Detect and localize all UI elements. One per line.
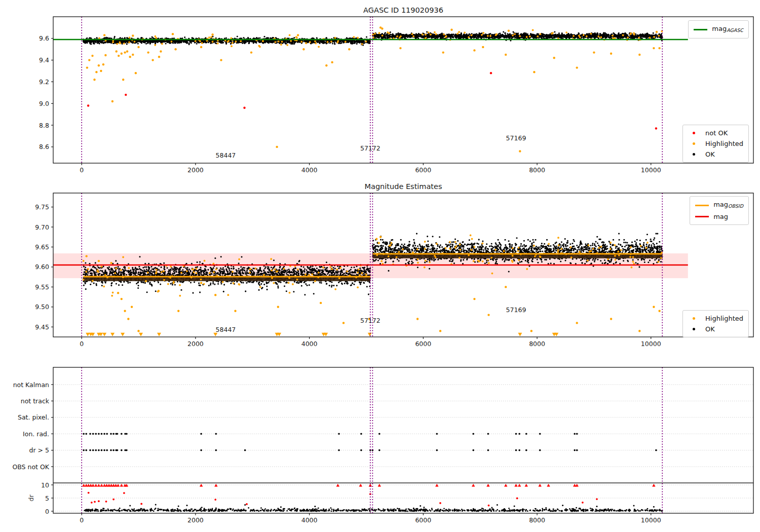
legend-label: Highlighted [705,313,743,324]
y-tick-label: 9.45 [35,323,49,331]
legend-panel2-lines: magOBSID mag [690,196,749,225]
dr-tick-label: 10 [41,481,49,489]
y-tick-label: 8.8 [39,122,49,129]
y-tick-label: 9.75 [35,203,49,211]
legend-item-highlighted: Highlighted [688,138,743,149]
highlighted-dot-swatch [693,142,695,145]
obsid-annotation: 57172 [360,144,381,152]
mag-line-swatch [695,216,709,217]
legend-label: mag [713,211,728,222]
panel1-title: AGASC ID 119020936 [53,6,753,14]
obsid-annotation: 58447 [216,326,236,333]
x-tick-label: 6000 [415,516,431,524]
legend-item-mag: mag [695,211,743,222]
x-tick-label: 0 [80,516,84,524]
x-tick-label: 10000 [641,516,661,524]
legend-label: magAGASC [712,23,743,35]
x-tick-label: 8000 [529,340,545,348]
flag-row-label: dr > 5 [29,446,49,454]
ok-dot-swatch [693,328,695,330]
x-tick-label: 4000 [301,516,318,524]
y-tick-label: 9.65 [35,243,49,251]
legend-item-mag-agasc: magAGASC [694,23,743,35]
dr-tick-label: 0 [45,508,49,515]
obsid-annotation: 58447 [216,151,236,159]
x-tick-label: 2000 [187,340,204,348]
legend-item-ok: OK [688,149,743,160]
panel-1: 58447571725716902000400060008000100008.6… [39,17,753,174]
legend-mag-agasc: magAGASC [688,20,749,39]
dr-tick-label: 5 [45,495,49,502]
flag-row-label: OBS not OK [12,463,49,471]
y-tick-label: 9.60 [35,263,49,271]
x-tick-label: 0 [80,166,84,174]
y-tick-label: 9.4 [39,56,49,64]
x-tick-label: 8000 [529,166,545,174]
y-tick-label: 9.50 [35,303,49,311]
highlighted-dot-swatch [693,317,695,320]
y-tick-label: 8.6 [39,143,49,150]
y-tick-label: 9.6 [39,34,49,42]
dr-axis-label: dr [27,495,35,502]
legend-item-not-ok: not OK [688,128,743,138]
legend-label: Highlighted [705,138,743,149]
flag-row-label: not Kalman [13,381,49,389]
x-tick-label: 4000 [301,340,318,348]
legend-label: OK [705,324,715,334]
x-tick-label: 2000 [187,516,204,524]
x-tick-label: 4000 [301,166,318,174]
obsid-annotation: 57172 [360,317,381,324]
legend-label: not OK [705,128,728,138]
legend-item-ok: OK [688,324,743,334]
x-tick-label: 2000 [187,166,204,174]
x-tick-label: 10000 [641,166,661,174]
chart-canvas: 58447571725716902000400060008000100008.6… [0,0,760,532]
legend-panel2-points: Highlighted OK [682,310,749,337]
x-tick-label: 10000 [641,340,661,348]
legend-label: magOBSID [713,199,743,211]
x-tick-label: 6000 [415,166,431,174]
mag-agasc-line-swatch [694,29,707,30]
legend-label: OK [705,149,715,160]
panel-2: 58447571725716902000400060008000100009.4… [35,193,753,348]
y-tick-label: 9.70 [35,223,49,231]
not-ok-dot-swatch [693,132,695,134]
legend-item-highlighted: Highlighted [688,313,743,324]
x-tick-label: 6000 [415,340,431,348]
mag-obsid-line-swatch [695,205,709,206]
obsid-annotation: 57169 [506,306,526,314]
flag-row-label: Sat. pixel. [18,413,49,421]
legend-item-mag-obsid: magOBSID [695,199,743,211]
panel-3: not Kalmannot trackSat. pixel.Ion. rad.d… [12,367,753,524]
flag-row-label: not track [21,397,50,405]
y-tick-label: 9.2 [39,78,49,86]
x-tick-label: 0 [80,340,84,348]
legend-panel1-points: not OK Highlighted OK [682,125,749,163]
flag-row-label: Ion. rad. [23,430,49,438]
y-tick-label: 9.55 [35,283,49,291]
obsid-annotation: 57169 [506,134,526,142]
y-tick-label: 9.0 [39,100,49,107]
figure: 58447571725716902000400060008000100008.6… [0,0,760,532]
ok-dot-swatch [693,153,695,156]
panel2-title: Magnitude Estimates [53,182,753,191]
x-tick-label: 8000 [529,516,545,524]
